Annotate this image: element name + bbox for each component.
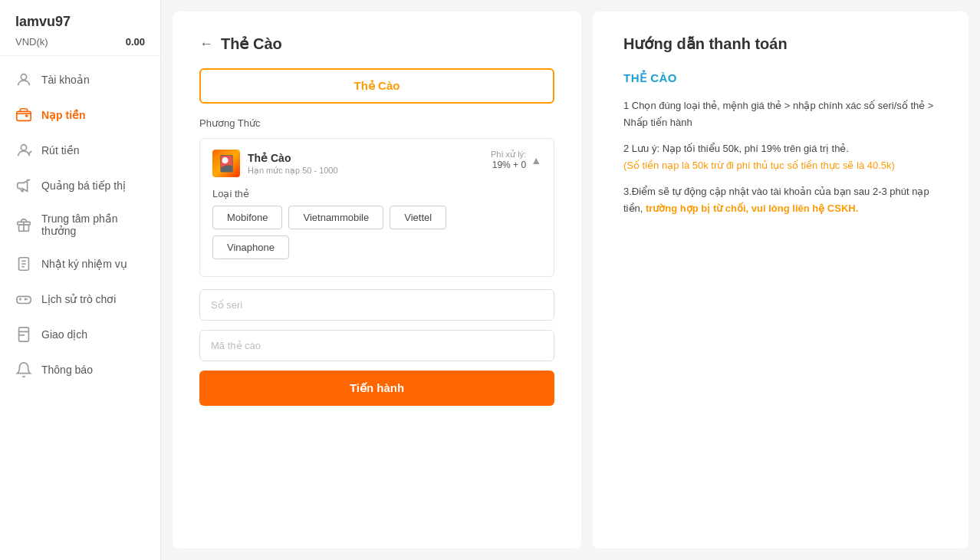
sidebar-item-thong-bao[interactable]: Thông báo — [0, 352, 160, 387]
sidebar-item-label: Thông báo — [41, 364, 93, 376]
sidebar-item-nhat-ky[interactable]: Nhật ký nhiệm vụ — [0, 246, 160, 282]
sidebar-item-label: Rút tiền — [41, 144, 79, 156]
guide-step1: 1 Chọn đúng loại thẻ, mệnh giá thẻ > nhậ… — [623, 97, 938, 131]
wallet-icon — [15, 107, 32, 124]
withdraw-icon — [15, 142, 32, 159]
sidebar-item-tai-khoan[interactable]: Tài khoản — [0, 62, 160, 97]
sidebar-item-trung-tam[interactable]: Trung tâm phần thưởng — [0, 203, 160, 246]
guide-step3-orange: trường hợp bị từ chối, vui lòng liên hệ … — [643, 203, 858, 214]
sidebar-menu: Tài khoản Nạp tiền Rút tiền Quảng bá tiế… — [0, 56, 160, 560]
person-icon — [15, 71, 32, 88]
loai-the-label: Loại thẻ — [212, 188, 541, 199]
page-title: Thẻ Cào — [221, 35, 282, 53]
card-title: Thẻ Cào — [248, 152, 338, 164]
card-right: Phí xử lý: 19% + 0 ▲ — [491, 150, 541, 170]
chevron-up-icon: ▲ — [531, 154, 541, 166]
gamepad-icon — [15, 291, 32, 308]
guide-step2-orange: (Số tiền nạp là 50k trừ đi phí thủ tục s… — [623, 160, 895, 171]
carrier-mobifone[interactable]: Mobifone — [212, 206, 282, 229]
sidebar-item-label: Nhật ký nhiệm vụ — [41, 258, 127, 270]
right-panel: Hướng dẫn thanh toán THẺ CÀO 1 Chọn đúng… — [593, 12, 968, 548]
back-button[interactable]: ← — [199, 36, 213, 52]
so-seri-input[interactable] — [199, 289, 554, 321]
svg-rect-9 — [17, 296, 31, 303]
sidebar-balance: VND(k) 0.00 — [15, 36, 145, 48]
carrier-viettel[interactable]: Viettel — [390, 206, 446, 229]
balance-value: 0.00 — [126, 36, 145, 48]
guide-step2-text: 2 Lưu ý: Nạp tối thiểu 50k, phí 19% trên… — [623, 143, 849, 154]
gift-icon — [15, 216, 32, 233]
guide-step2: 2 Lưu ý: Nạp tối thiểu 50k, phí 19% trên… — [623, 140, 938, 174]
card-info: Thẻ Cào Hạn mức nạp 50 - 1000 — [248, 152, 338, 176]
sidebar: lamvu97 VND(k) 0.00 Tài khoản Nạp tiền R… — [0, 0, 161, 560]
fee-value: 19% + 0 — [491, 160, 526, 170]
left-panel: ← Thẻ Cào Thẻ Cào Phương Thức 🎴 Thẻ Cào … — [173, 12, 581, 548]
the-cao-tab[interactable]: Thẻ Cào — [199, 68, 554, 104]
guide-title: Hướng dẫn thanh toán — [623, 35, 938, 53]
guide-step3: 3.Điểm sẽ tự động cập nhật vào tài khoản… — [623, 183, 938, 217]
fee-label: Phí xử lý: — [491, 150, 526, 160]
page-header: ← Thẻ Cào — [199, 35, 554, 53]
sidebar-item-label: Giao dịch — [41, 328, 87, 341]
carrier-vietnammobile[interactable]: Vietnammobile — [288, 206, 383, 229]
the-cao-card-icon: 🎴 — [212, 150, 240, 177]
card-sub: Hạn mức nạp 50 - 1000 — [248, 166, 338, 176]
receipt-icon — [15, 326, 32, 343]
notebook-icon — [15, 255, 32, 272]
sidebar-item-lich-su[interactable]: Lịch sử trò chơi — [0, 282, 160, 317]
card-header: 🎴 Thẻ Cào Hạn mức nạp 50 - 1000 Phí xử l… — [212, 150, 541, 177]
sidebar-item-label: Trung tâm phần thưởng — [41, 212, 145, 237]
tab-bar: Thẻ Cào — [199, 68, 554, 104]
sidebar-item-rut-tien[interactable]: Rút tiền — [0, 133, 160, 168]
svg-rect-1 — [17, 111, 31, 120]
phuong-thuc-label: Phương Thức — [199, 117, 554, 129]
the-cao-heading: THẺ CÀO — [623, 71, 938, 85]
bell-icon — [15, 361, 32, 378]
the-cao-card: 🎴 Thẻ Cào Hạn mức nạp 50 - 1000 Phí xử l… — [199, 138, 554, 277]
svg-point-2 — [21, 145, 26, 150]
main-content: ← Thẻ Cào Thẻ Cào Phương Thức 🎴 Thẻ Cào … — [161, 0, 980, 560]
megaphone-icon — [15, 177, 32, 194]
card-fee: Phí xử lý: 19% + 0 — [491, 150, 526, 170]
carrier-buttons-row2: Vinaphone — [212, 236, 541, 259]
sidebar-item-nap-tien[interactable]: Nạp tiền — [0, 97, 160, 133]
sidebar-item-label: Lịch sử trò chơi — [41, 293, 116, 305]
sidebar-item-label: Nạp tiền — [41, 109, 86, 121]
carrier-buttons: Mobifone Vietnammobile Viettel — [212, 206, 541, 229]
submit-button[interactable]: Tiến hành — [199, 371, 554, 406]
card-left: 🎴 Thẻ Cào Hạn mức nạp 50 - 1000 — [212, 150, 338, 177]
ma-the-input[interactable] — [199, 330, 554, 361]
sidebar-item-label: Tài khoản — [41, 74, 90, 86]
svg-rect-10 — [19, 328, 29, 341]
sidebar-item-giao-dich[interactable]: Giao dịch — [0, 317, 160, 352]
sidebar-header: lamvu97 VND(k) 0.00 — [0, 0, 160, 56]
svg-point-0 — [21, 74, 26, 80]
balance-label: VND(k) — [15, 36, 48, 48]
carrier-vinaphone[interactable]: Vinaphone — [212, 236, 289, 259]
sidebar-item-label: Quảng bá tiếp thị — [41, 180, 126, 192]
sidebar-username: lamvu97 — [15, 14, 145, 30]
sidebar-item-quang-ba[interactable]: Quảng bá tiếp thị — [0, 168, 160, 203]
